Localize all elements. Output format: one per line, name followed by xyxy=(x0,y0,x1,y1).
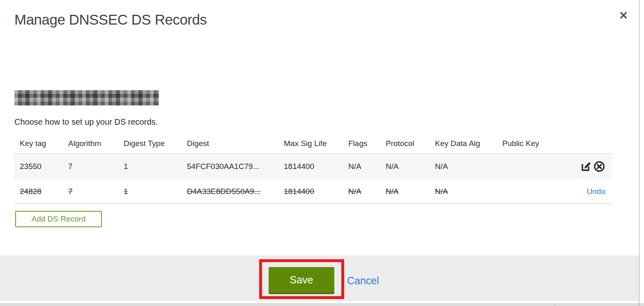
add-ds-record-button[interactable]: Add DS Record xyxy=(15,211,102,227)
column-header-key-data-alg: Key Data Alg xyxy=(435,139,480,148)
cell-digest-type: 1 xyxy=(124,162,128,171)
cell-flags: N/A xyxy=(348,187,361,196)
cell-key-data-alg: N/A xyxy=(435,187,448,196)
save-button[interactable]: Save xyxy=(269,267,334,294)
background-divider-line xyxy=(554,303,555,306)
row-actions xyxy=(580,160,605,173)
page-background-strip xyxy=(0,303,644,306)
instruction-text: Choose how to set up your DS records. xyxy=(14,117,158,127)
table-row-deleted: 24828 7 1 D4A33E8DD550A9... 1814400 N/A … xyxy=(14,179,612,204)
ds-records-table: Key tag Algorithm Digest Type Digest Max… xyxy=(14,135,612,204)
column-header-digest: Digest xyxy=(187,139,209,148)
manage-dnssec-modal: Manage DNSSEC DS Records ✕ Choose how to… xyxy=(0,0,639,301)
cell-key-tag: 24828 xyxy=(20,187,41,196)
column-header-key-tag: Key tag xyxy=(20,139,46,148)
close-icon[interactable]: ✕ xyxy=(615,7,632,24)
cell-key-data-alg: N/A xyxy=(435,162,448,171)
undo-link[interactable]: Undo xyxy=(587,187,605,196)
table-header-row: Key tag Algorithm Digest Type Digest Max… xyxy=(14,135,612,154)
cell-digest: 54FCF030AA1C79... xyxy=(187,162,259,171)
cell-key-tag: 23550 xyxy=(20,162,41,171)
cell-protocol: N/A xyxy=(386,187,399,196)
column-header-protocol: Protocol xyxy=(386,139,414,148)
column-header-public-key: Public Key xyxy=(502,139,539,148)
cell-digest: D4A33E8DD550A9... xyxy=(187,187,261,196)
cell-max-sig-life: 1814400 xyxy=(284,162,314,171)
column-header-flags: Flags xyxy=(348,139,367,148)
column-header-digest-type: Digest Type xyxy=(124,139,165,148)
edit-record-icon[interactable] xyxy=(580,160,592,173)
modal-footer: Save Cancel xyxy=(0,256,639,301)
column-header-max-sig-life: Max Sig Life xyxy=(284,139,327,148)
cell-algorithm: 7 xyxy=(68,162,73,171)
screen: Manage DNSSEC DS Records ✕ Choose how to… xyxy=(0,0,644,306)
column-header-algorithm: Algorithm xyxy=(68,139,101,148)
delete-record-icon[interactable] xyxy=(593,160,605,173)
modal-right-border xyxy=(639,0,639,306)
redacted-domain-name xyxy=(14,90,159,105)
cell-algorithm: 7 xyxy=(68,187,73,196)
cell-digest-type: 1 xyxy=(124,187,128,196)
cell-protocol: N/A xyxy=(386,162,399,171)
page-title: Manage DNSSEC DS Records xyxy=(14,11,207,28)
cell-max-sig-life: 1814400 xyxy=(284,187,314,196)
cancel-link[interactable]: Cancel xyxy=(347,275,379,287)
table-row: 23550 7 1 54FCF030AA1C79... 1814400 N/A … xyxy=(14,154,612,179)
cell-flags: N/A xyxy=(348,162,361,171)
